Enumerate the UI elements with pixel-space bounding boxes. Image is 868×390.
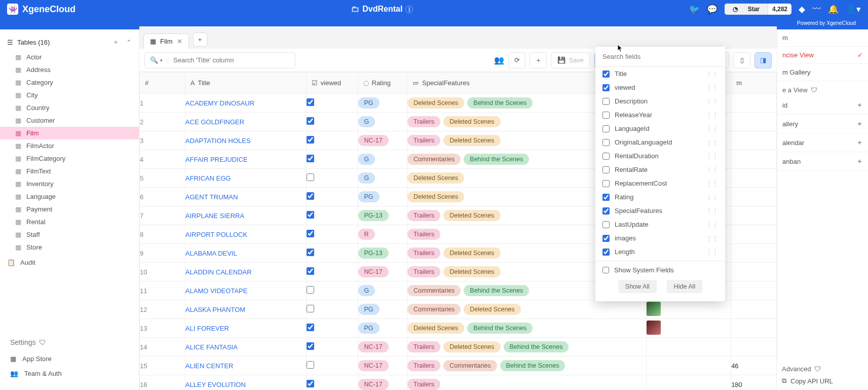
sidebar-item-store[interactable]: ▦Store xyxy=(0,241,139,254)
drag-handle-icon[interactable]: ⋮⋮ xyxy=(706,207,718,215)
field-toggle-lastupdate[interactable]: LastUpdate⋮⋮ xyxy=(595,218,725,231)
tables-header[interactable]: Tables (16) xyxy=(17,39,50,46)
advanced-heading[interactable]: Advanced 🛡 xyxy=(782,365,863,373)
tables-toggle-icon[interactable]: ☰ xyxy=(7,39,13,46)
viewed-checkbox[interactable] xyxy=(307,342,314,350)
sidebar-appstore[interactable]: ▦ App Store xyxy=(0,351,139,366)
viewed-checkbox[interactable] xyxy=(307,192,314,200)
field-toggle-images[interactable]: images⋮⋮ xyxy=(595,231,725,245)
field-toggle-rentalduration[interactable]: RentalDuration⋮⋮ xyxy=(595,149,725,163)
col-title[interactable]: ATitle xyxy=(185,73,306,93)
viewed-checkbox[interactable] xyxy=(307,286,314,294)
discord-icon[interactable]: 💬 xyxy=(707,4,718,15)
viewed-checkbox[interactable] xyxy=(307,380,314,387)
rating-pill[interactable]: G xyxy=(358,172,375,184)
sidebar-item-category[interactable]: ▦Category xyxy=(0,76,139,89)
rating-pill[interactable]: NC-17 xyxy=(358,135,389,146)
cell-title[interactable]: ACADEMY DINOSAUR xyxy=(185,94,306,113)
toggle-views-button[interactable]: ◨ xyxy=(754,52,772,68)
cell-title[interactable]: ALLEY EVOLUTION xyxy=(185,375,306,391)
feature-tag[interactable]: Trailers xyxy=(407,210,440,221)
feature-tag[interactable]: Deleted Scenes xyxy=(407,97,464,109)
viewed-checkbox[interactable] xyxy=(307,230,314,237)
feature-tag[interactable]: Trailers xyxy=(407,266,440,277)
cell-title[interactable]: AGENT TRUMAN xyxy=(185,188,306,206)
sidebar-item-country[interactable]: ▦Country xyxy=(0,101,139,114)
feature-tag[interactable]: Commentaries xyxy=(407,304,461,315)
cell-title[interactable]: ALADDIN CALENDAR xyxy=(185,263,306,281)
rating-pill[interactable]: PG-13 xyxy=(358,247,389,259)
field-toggle-description[interactable]: Description⋮⋮ xyxy=(595,94,725,108)
viewed-checkbox[interactable] xyxy=(307,155,314,162)
view-gallery[interactable]: m Gallery xyxy=(777,64,868,81)
feature-tag[interactable]: Behind the Scenes xyxy=(464,285,529,296)
row-height-button[interactable]: ▯ xyxy=(733,52,750,68)
project-title[interactable]: DvdRental xyxy=(362,5,402,14)
table-row[interactable]: 15ALIEN CENTERNC-17TrailersCommentariesB… xyxy=(140,357,777,375)
sidebar-item-actor[interactable]: ▦Actor xyxy=(0,51,139,63)
sidebar-item-language[interactable]: ▦Language xyxy=(0,190,139,203)
rating-pill[interactable]: G xyxy=(358,116,375,127)
viewed-checkbox[interactable] xyxy=(307,98,314,106)
col-num[interactable]: # xyxy=(140,73,185,93)
drag-handle-icon[interactable]: ⋮⋮ xyxy=(706,111,718,119)
viewed-checkbox[interactable] xyxy=(307,173,314,181)
cell-title[interactable]: ALABAMA DEVIL xyxy=(185,244,306,263)
feature-tag[interactable]: Deleted Scenes xyxy=(443,341,500,352)
rating-pill[interactable]: G xyxy=(358,285,375,296)
search-dropdown[interactable]: 🔍 ▾ xyxy=(145,56,168,64)
sidebar-item-film[interactable]: ▦Film xyxy=(0,127,139,139)
cell-title[interactable]: ADAPTATION HOLES xyxy=(185,131,306,150)
feature-tag[interactable]: Behind the Scenes xyxy=(500,360,565,371)
viewed-checkbox[interactable] xyxy=(307,267,314,275)
feature-tag[interactable]: Trailers xyxy=(407,360,440,371)
cell-title[interactable]: AFRICAN EGG xyxy=(185,169,306,188)
feature-tag[interactable]: Deleted Scenes xyxy=(443,135,500,146)
rating-pill[interactable]: NC-17 xyxy=(358,341,389,352)
feature-tag[interactable]: Commentaries xyxy=(443,360,497,371)
plus-icon[interactable]: ＋ xyxy=(856,100,863,110)
field-toggle-length[interactable]: Length⋮⋮ xyxy=(595,245,725,259)
user-menu-icon[interactable]: 👤▾ xyxy=(846,4,861,15)
feature-tag[interactable]: Trailers xyxy=(407,116,440,127)
field-toggle-rating[interactable]: Rating⋮⋮ xyxy=(595,190,725,204)
create-view-id[interactable]: id＋ xyxy=(777,96,868,115)
rating-pill[interactable]: PG xyxy=(358,97,380,109)
viewed-checkbox[interactable] xyxy=(307,249,314,256)
fields-search-input[interactable] xyxy=(595,47,725,67)
field-toggle-title[interactable]: Title⋮⋮ xyxy=(595,67,725,81)
view-concise[interactable]: ncise View✓ xyxy=(777,47,868,64)
field-toggle-viewed[interactable]: viewed⋮⋮ xyxy=(595,81,725,94)
feature-tag[interactable]: Trailers xyxy=(407,135,440,146)
drag-handle-icon[interactable]: ⋮⋮ xyxy=(706,125,718,132)
save-button[interactable]: 💾Save xyxy=(551,52,590,68)
add-table-icon[interactable]: ＋ xyxy=(112,38,119,47)
image-thumbnail[interactable] xyxy=(647,302,661,316)
hide-all-button[interactable]: Hide All xyxy=(667,280,702,293)
bell-icon[interactable]: 🔔 xyxy=(828,4,839,15)
cell-title[interactable]: AIRPLANE SIERRA xyxy=(185,206,306,225)
rating-pill[interactable]: NC-17 xyxy=(358,379,389,390)
table-row[interactable]: 13ALI FOREVERPGDeleted ScenesBehind the … xyxy=(140,319,777,338)
drag-handle-icon[interactable]: ⋮⋮ xyxy=(706,97,718,105)
drag-handle-icon[interactable]: ⋮⋮ xyxy=(706,193,718,201)
table-row[interactable]: 14ALICE FANTASIANC-17TrailersDeleted Sce… xyxy=(140,338,777,357)
settings-label[interactable]: Settings xyxy=(10,338,36,346)
drag-handle-icon[interactable]: ⋮⋮ xyxy=(706,166,718,173)
cell-title[interactable]: ALAMO VIDEOTAPE xyxy=(185,281,306,300)
sidebar-item-filmtext[interactable]: ▦FilmText xyxy=(0,165,139,178)
bird-icon[interactable]: 〰 xyxy=(812,4,821,14)
paint-icon[interactable]: ◆ xyxy=(799,4,805,15)
copy-api-url[interactable]: ⧉ Copy API URL xyxy=(782,377,863,385)
cell-title[interactable]: AIRPORT POLLOCK xyxy=(185,225,306,244)
drag-handle-icon[interactable]: ⋮⋮ xyxy=(706,221,718,228)
feature-tag[interactable]: Deleted Scenes xyxy=(443,247,500,259)
rating-pill[interactable]: NC-17 xyxy=(358,360,389,371)
collapse-tables-icon[interactable]: ⌃ xyxy=(126,39,132,46)
field-toggle-releaseyear[interactable]: ReleaseYear⋮⋮ xyxy=(595,108,725,122)
rating-pill[interactable]: PG xyxy=(358,304,380,315)
sidebar-item-rental[interactable]: ▦Rental xyxy=(0,216,139,228)
sidebar-item-customer[interactable]: ▦Customer xyxy=(0,114,139,127)
info-icon[interactable]: i xyxy=(405,6,413,13)
rating-pill[interactable]: PG xyxy=(358,323,380,334)
